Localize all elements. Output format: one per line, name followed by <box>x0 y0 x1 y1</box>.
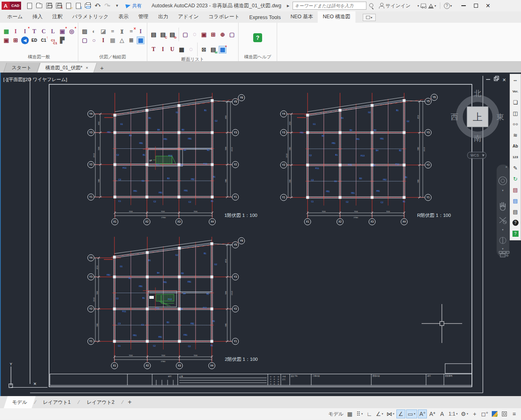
save-as-button[interactable]: ✎ <box>54 1 63 10</box>
annotation-line-icon[interactable]: ∠ <box>396 409 405 418</box>
section-box-icon[interactable]: ▣ <box>2 36 10 44</box>
table-m-icon[interactable]: ▤M <box>209 46 217 54</box>
delete-line-icon[interactable]: =× <box>127 28 135 35</box>
search-box[interactable] <box>293 2 366 10</box>
snap-mode-icon[interactable]: ⠿▾ <box>355 409 364 418</box>
save-to-web-button[interactable]: ↥ <box>74 1 83 10</box>
search-icon[interactable] <box>368 2 375 9</box>
structure-help-icon[interactable]: ? <box>253 33 262 42</box>
box-column-icon[interactable]: ▣* <box>58 28 66 35</box>
beam-star-icon[interactable]: I* <box>21 28 29 35</box>
ribbon-tab[interactable]: 挿入 <box>28 11 47 23</box>
ribbon-tab[interactable]: 出力 <box>153 11 173 23</box>
ribbon-tab[interactable]: 表示 <box>114 11 133 23</box>
ribbon-tab[interactable]: ホーム <box>2 11 28 23</box>
tab-layout2[interactable]: レイアウト2 <box>78 396 123 408</box>
redo-button[interactable]: ↷▾ <box>103 1 112 10</box>
hatch-t-icon[interactable]: ◪ <box>99 28 107 35</box>
table-black-icon[interactable]: ▦ <box>178 46 185 54</box>
c1-icon[interactable]: C1↑ <box>40 36 47 44</box>
building-star-icon[interactable]: ▦* <box>219 46 226 54</box>
tab-layout1[interactable]: レイアウト1 <box>34 396 79 408</box>
cart-icon[interactable] <box>420 3 427 8</box>
print-button[interactable] <box>84 1 93 10</box>
file-tab-active[interactable]: 構造図_01_伏図*× <box>37 63 97 73</box>
cross-box-icon[interactable]: ⊞ <box>209 31 217 39</box>
t-steel-icon[interactable]: T <box>30 28 38 35</box>
file-tab-start[interactable]: スタート <box>3 63 40 73</box>
undo-button[interactable]: ↶▾ <box>93 1 102 10</box>
grid-icon[interactable]: ▦ <box>2 28 10 35</box>
close-button[interactable]: ✕ <box>482 0 494 11</box>
layers-icon[interactable]: ≋ <box>510 130 520 141</box>
new-tab-button[interactable]: + <box>100 64 104 73</box>
ribbon-tab[interactable]: コラボレート <box>204 11 244 23</box>
ribbon-tab[interactable]: NEO 基本 <box>286 11 318 23</box>
maximize-button[interactable] <box>470 0 482 11</box>
ed-icon[interactable]: ED <box>30 36 38 44</box>
menu-icon[interactable]: ≡ <box>510 409 519 418</box>
split-view-icon[interactable]: ◫ <box>510 108 520 119</box>
c-channel-icon[interactable]: C <box>40 28 47 35</box>
ortho-icon[interactable]: ∟ <box>365 409 374 418</box>
numbers-icon[interactable]: 123 <box>510 152 520 163</box>
viewport-icon[interactable]: ❏ <box>510 97 520 108</box>
list-table-c-icon[interactable]: ▤C <box>159 31 167 39</box>
u-section-icon[interactable]: U <box>168 46 176 54</box>
list-table-icon[interactable]: ▤ <box>150 31 157 39</box>
open-from-web-button[interactable]: ▱ <box>64 1 73 10</box>
dotted-circle-icon[interactable]: ◌ <box>191 31 198 39</box>
square-column-icon[interactable]: ▢ <box>81 36 88 44</box>
isodraft-icon[interactable]: ⋈▾ <box>385 409 396 418</box>
new-layout-button[interactable]: + <box>128 399 131 406</box>
new-file-button[interactable] <box>25 1 34 10</box>
list-table-g-icon[interactable]: ▤G <box>168 31 176 39</box>
annotation-vis-icon[interactable]: ▭▾ <box>406 409 417 418</box>
building-icon[interactable]: ▦ <box>137 36 144 44</box>
help-icon[interactable]: ? <box>444 3 450 9</box>
ribbon-tab[interactable]: 管理 <box>133 11 153 23</box>
tab-model[interactable]: モデル <box>4 396 36 408</box>
dotted-circle2-icon[interactable]: ◌ <box>187 46 195 54</box>
annoscale-add-icon[interactable]: A* <box>428 409 437 418</box>
update-icon[interactable]: ↻ <box>510 174 520 184</box>
polar-icon[interactable]: ∠▾ <box>375 409 384 418</box>
signin-label[interactable]: サインイン <box>385 2 410 9</box>
triangle-icon[interactable]: △ <box>118 36 126 44</box>
drawing-canvas[interactable]: [-][平面図][2D ワイヤフレーム]✕縮尺記事年月日年月日年月日年月日作成訂… <box>0 73 521 396</box>
ribbon-tab[interactable]: 注釈 <box>47 11 67 23</box>
slab-icon[interactable]: ▩ <box>109 36 116 44</box>
table-beam-icon[interactable]: ▤ <box>510 184 520 195</box>
bolt-icon[interactable]: ≣ <box>127 36 135 44</box>
table-edit-icon[interactable]: ▤ <box>510 195 520 206</box>
hatch-square-icon[interactable]: ▨ <box>81 28 88 35</box>
edit-icon[interactable]: ✎ <box>510 163 520 174</box>
autodesk-app-icon[interactable] <box>428 3 434 9</box>
rc-column-icon[interactable]: ▣ <box>200 31 208 39</box>
model-label[interactable]: モデル <box>327 409 344 418</box>
i-section-icon[interactable]: I <box>159 46 167 54</box>
cross-circle-icon[interactable]: ⊕ <box>219 31 226 39</box>
qat-customize-button[interactable]: ▼ <box>113 1 122 10</box>
t-section-icon[interactable]: T <box>150 46 157 54</box>
dotted-square-icon[interactable]: ▢ <box>181 31 189 39</box>
ribbon-tab[interactable]: パラメトリック <box>67 11 114 23</box>
corner-icon[interactable]: ▛ <box>58 36 66 44</box>
hardware-icon[interactable] <box>490 409 499 418</box>
beam-column-icon[interactable]: I <box>12 28 19 35</box>
double-line-icon[interactable]: = <box>109 28 116 35</box>
scale-label[interactable]: 1:1▾ <box>447 409 459 418</box>
ribbon-tab[interactable]: NEO 構造図 <box>318 11 355 23</box>
share-button[interactable]: 共有 <box>126 2 142 9</box>
section-cross-icon[interactable]: ⊞ <box>12 36 19 44</box>
round-column-icon[interactable]: ○ <box>90 36 98 44</box>
fullscreen-icon[interactable] <box>500 409 509 418</box>
pipe-column-icon[interactable]: ◎* <box>68 28 75 35</box>
table-icon[interactable]: ▤ <box>510 206 520 217</box>
x-circle-icon[interactable]: ⊠ <box>200 46 208 54</box>
c1c1-icon[interactable]: C1C1 <box>49 36 57 44</box>
grip-icon[interactable]: ┉ <box>510 75 520 86</box>
grid-display-icon[interactable]: ▦ <box>345 409 354 418</box>
text-ab-icon[interactable]: Ab <box>510 141 520 152</box>
hatch-circle-icon[interactable]: ◐ <box>90 28 98 35</box>
